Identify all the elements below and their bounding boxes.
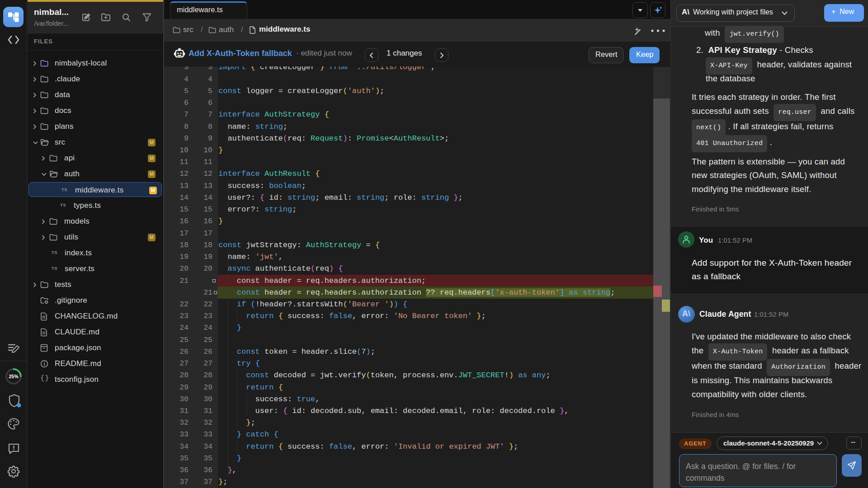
svg-text:25%: 25%	[9, 374, 19, 379]
